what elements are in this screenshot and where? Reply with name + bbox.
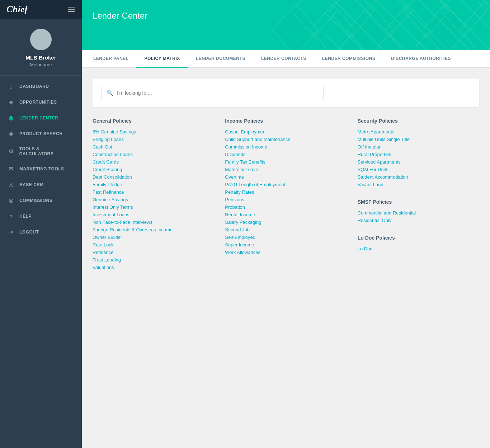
policy-link[interactable]: Owner Builder (93, 234, 214, 241)
policy-link[interactable]: Probation (225, 203, 347, 211)
policy-link[interactable]: Second Job (225, 226, 347, 234)
base-crm-icon: △ (8, 181, 14, 188)
lodoc-policies-title: Lo Doc Policies (358, 235, 479, 241)
general-policies-title: General Policies (93, 118, 214, 124)
sidebar-item-logout[interactable]: ⇥ Logout (0, 224, 82, 240)
policy-link[interactable]: Vacant Land (358, 181, 479, 188)
sidebar-item-base-crm[interactable]: △ Base CRM (0, 177, 82, 193)
policy-link[interactable]: Trust Lending (93, 256, 214, 264)
policy-link[interactable]: Work Allowances (225, 249, 347, 256)
policy-link[interactable]: 5% Genuine Savings (93, 128, 214, 136)
smsf-policies-title: SMSF Policies (358, 199, 479, 205)
policy-link[interactable]: Casual Employment (225, 128, 347, 136)
sidebar-item-commissions[interactable]: ◎ Commissions (0, 193, 82, 208)
policy-link[interactable]: Rate Lock (93, 241, 214, 249)
policy-link[interactable]: Family Pledge (93, 181, 214, 188)
policy-link[interactable]: Commission Income (225, 143, 347, 151)
policy-link[interactable]: Rental Income (225, 211, 347, 218)
policy-link[interactable]: Commercial and Residential (358, 209, 479, 217)
product-search-icon: ◈ (8, 131, 14, 137)
marketing-tools-icon: ✉ (8, 166, 14, 172)
policy-link[interactable]: Penalty Rates (225, 188, 347, 196)
tab-lender-panel[interactable]: Lender Panel (85, 50, 136, 68)
policy-link[interactable]: Lo Doc (358, 245, 479, 253)
tab-discharge-authorities[interactable]: Discharge Authorities (383, 50, 459, 68)
policy-link[interactable]: Family Tax Benefits (225, 158, 347, 166)
policy-link[interactable]: Super Income (225, 241, 347, 249)
policy-link[interactable]: Refinance (93, 249, 214, 256)
policy-link[interactable]: Credit Cards (93, 158, 214, 166)
policy-link[interactable]: Investment Loans (93, 211, 214, 218)
security-policies-links: Metro ApartmentsMultiple Units Single Ti… (358, 128, 479, 188)
policy-link[interactable]: Interest Only Terms (93, 203, 214, 211)
tab-lender-documents[interactable]: Lender Documents (188, 50, 253, 68)
policy-link[interactable]: Salary Packaging (225, 218, 347, 226)
svg-marker-11 (273, 4, 318, 50)
policy-link[interactable]: Metro Apartments (358, 128, 479, 136)
policy-link[interactable]: Valuations (93, 264, 214, 271)
policy-link[interactable]: Non Face-to-Face Interviews (93, 218, 214, 226)
general-policies-links: 5% Genuine SavingsBridging LoansCash Out… (93, 128, 214, 271)
policy-link[interactable]: Genuine Savings (93, 196, 214, 203)
policy-link[interactable]: Dividends (225, 151, 347, 158)
dashboard-icon: ⌂ (8, 83, 14, 90)
search-container: 🔍 (93, 79, 479, 107)
svg-marker-13 (423, 4, 467, 50)
sidebar-item-lender-center[interactable]: ◉ Lender Center (0, 110, 82, 126)
sidebar-item-dashboard[interactable]: ⌂ Dashboard (0, 79, 82, 94)
income-policies-group: Income Policies Casual EmploymentChild S… (225, 118, 347, 256)
sidebar-item-product-search[interactable]: ◈ Product Search (0, 126, 82, 142)
security-policies-title: Security Policies (358, 118, 479, 124)
lodoc-policies-links: Lo Doc (358, 245, 479, 253)
lodoc-policies-group: Lo Doc Policies Lo Doc (358, 235, 479, 253)
security-lodoc-col: Security Policies Metro ApartmentsMultip… (358, 118, 479, 263)
policy-link[interactable]: Credit Scoring (93, 166, 214, 173)
policy-link[interactable]: Multiple Units Single Title (358, 136, 479, 143)
security-policies-group: Security Policies Metro ApartmentsMultip… (358, 118, 479, 188)
policy-link[interactable]: Foreign Residents & Overseas Income (93, 226, 214, 234)
policy-link[interactable]: Student Accommodation (358, 173, 479, 181)
search-icon: 🔍 (107, 90, 113, 96)
sidebar-label-dashboard: Dashboard (19, 84, 49, 89)
main-content: Lender Center (82, 0, 490, 448)
sidebar-item-marketing-tools[interactable]: ✉ Marketing Tools (0, 161, 82, 177)
policy-link[interactable]: Overtime (225, 173, 347, 181)
svg-marker-12 (348, 4, 393, 50)
user-profile: MLB Broker Melbourne (0, 19, 82, 76)
policy-link[interactable]: Maternity Leave (225, 166, 347, 173)
policy-link[interactable]: Pensions (225, 196, 347, 203)
policy-link[interactable]: Off the plan (358, 143, 479, 151)
policy-link[interactable]: Cash Out (93, 143, 214, 151)
sidebar-label-product-search: Product Search (19, 131, 62, 136)
tools-calculators-icon: ⚙ (8, 148, 14, 155)
content-area: 🔍 General Policies 5% Genuine SavingsBri… (82, 68, 490, 448)
tab-policy-matrix[interactable]: Policy Matrix (136, 50, 188, 68)
app-logo: Chief (6, 4, 28, 15)
sidebar-item-opportunities[interactable]: ◈ Opportunities (0, 94, 82, 110)
policy-link[interactable]: Bridging Loans (93, 136, 214, 143)
policy-link[interactable]: Self-Employed (225, 234, 347, 241)
tab-lender-commissions[interactable]: Lender Commissions (314, 50, 383, 68)
search-input[interactable] (117, 90, 318, 96)
sidebar-item-help[interactable]: ? Help (0, 208, 82, 224)
hamburger-menu[interactable] (68, 7, 75, 12)
policy-link[interactable]: Construction Loans (93, 151, 214, 158)
policy-link[interactable]: Debt Consolidation (93, 173, 214, 181)
opportunities-icon: ◈ (8, 99, 14, 105)
policy-link[interactable]: SQM For Units (358, 166, 479, 173)
sidebar-label-base-crm: Base CRM (19, 182, 44, 187)
sidebar-label-lender-center: Lender Center (19, 115, 58, 121)
policy-link[interactable]: Serviced Apartments (358, 158, 479, 166)
search-field-wrapper: 🔍 (101, 86, 324, 100)
sidebar-item-tools-calculators[interactable]: ⚙ Tools & Calculators (0, 142, 82, 161)
policy-section: General Policies 5% Genuine SavingsBridg… (93, 118, 479, 282)
policy-link[interactable]: Residential Only (358, 217, 479, 224)
policy-link[interactable]: PAYG Length of Employment (225, 181, 347, 188)
policy-link[interactable]: Rural Properties (358, 151, 479, 158)
policy-link[interactable]: Fast Refinance (93, 188, 214, 196)
svg-marker-1 (310, 4, 355, 50)
general-policies-group: General Policies 5% Genuine SavingsBridg… (93, 118, 214, 271)
policy-link[interactable]: Child Support and Maintenance (225, 136, 347, 143)
tab-lender-contacts[interactable]: Lender Contacts (253, 50, 314, 68)
sidebar-label-logout: Logout (19, 230, 39, 235)
